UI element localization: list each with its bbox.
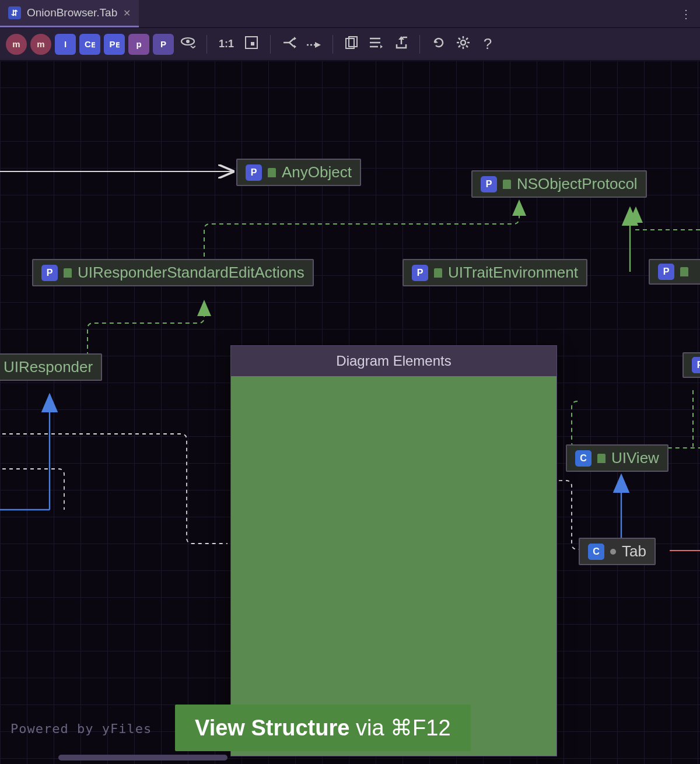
- powered-by-label: Powered by yFiles: [10, 721, 152, 736]
- svg-point-1: [186, 40, 190, 43]
- banner-bold: View Structure: [195, 716, 349, 740]
- svg-line-24: [459, 45, 460, 47]
- view-structure-banner: View Structure via ⌘F12: [175, 705, 471, 751]
- node-cutoff-1[interactable]: P: [649, 259, 700, 285]
- node-label: NSObjectProtocol: [517, 175, 638, 193]
- node-label: UIResponderStandardEditActions: [78, 264, 304, 282]
- popup-title: Diagram Elements: [231, 346, 556, 376]
- protocol-badge: P: [41, 265, 58, 281]
- refresh-icon[interactable]: [428, 36, 449, 52]
- diagram-elements-popup: Diagram Elements PAnyObjectPCALayerDeleg…: [230, 345, 557, 756]
- banner-rest: via ⌘F12: [349, 716, 450, 740]
- class-badge: C: [588, 544, 604, 560]
- hierarchy-icon: ⇵: [8, 6, 21, 19]
- protocol-badge: P: [412, 265, 428, 281]
- help-icon[interactable]: ?: [477, 35, 498, 53]
- export-icon[interactable]: [390, 36, 411, 52]
- node-label: UIResponder: [4, 358, 93, 376]
- svg-marker-13: [380, 45, 383, 48]
- svg-line-25: [466, 38, 468, 40]
- protocol-badge: P: [481, 176, 497, 192]
- zoom-1to1-button[interactable]: 1:1: [215, 38, 237, 50]
- lock-icon: [680, 267, 688, 276]
- lock-icon: [434, 268, 442, 278]
- lock-icon: [268, 168, 276, 177]
- node-label: Tab: [622, 542, 646, 560]
- svg-line-22: [459, 38, 460, 40]
- protocol-badge: P: [692, 357, 700, 373]
- toolbar-btn-c[interactable]: Cᴇ: [79, 34, 100, 55]
- node-uiresponderstd[interactable]: P UIResponderStandardEditActions: [32, 259, 314, 286]
- node-uiview[interactable]: C UIView: [566, 444, 668, 472]
- popup-list[interactable]: PAnyObjectPCALayerDelegatePEquatablePHas…: [231, 376, 556, 756]
- visibility-icon[interactable]: [177, 37, 198, 52]
- fit-content-icon[interactable]: [241, 36, 262, 52]
- toolbar: m m I Cᴇ Pᴇ p P 1:1 ?: [0, 28, 700, 61]
- toolbar-btn-fav[interactable]: m: [6, 34, 27, 55]
- protocol-badge: P: [658, 264, 674, 280]
- dot-icon: [610, 549, 616, 555]
- node-tab[interactable]: C Tab: [579, 538, 656, 565]
- toolbar-btn-pe[interactable]: Pᴇ: [104, 34, 125, 55]
- class-badge: C: [575, 450, 592, 467]
- separator: [206, 35, 207, 54]
- lock-icon: [503, 180, 511, 189]
- svg-marker-7: [315, 42, 321, 48]
- separator: [332, 35, 333, 54]
- node-nsobjectprotocol[interactable]: P NSObjectProtocol: [471, 170, 647, 198]
- toolbar-btn-m[interactable]: m: [30, 34, 51, 55]
- copy-icon[interactable]: [341, 36, 362, 52]
- node-anyobject[interactable]: P AnyObject: [236, 159, 361, 186]
- tab-overflow-button[interactable]: ⋮: [672, 0, 700, 27]
- svg-line-23: [466, 45, 468, 47]
- tab-bar: ⇵ OnionBrowser.Tab ✕ ⋮: [0, 0, 700, 28]
- horizontal-scrollbar[interactable]: [58, 755, 228, 761]
- node-label: AnyObject: [282, 163, 352, 181]
- diagram-canvas[interactable]: P AnyObject P NSObjectProtocol P UIRespo…: [0, 61, 700, 764]
- arrow-dash-icon[interactable]: [303, 37, 324, 52]
- svg-marker-4: [294, 37, 296, 40]
- gear-icon[interactable]: [453, 36, 474, 52]
- separator: [270, 35, 271, 54]
- node-uiresponder[interactable]: UIResponder: [0, 353, 102, 381]
- list-icon[interactable]: [366, 37, 387, 52]
- node-label: UITraitEnvironment: [448, 264, 578, 282]
- node-uitraitenv[interactable]: P UITraitEnvironment: [402, 259, 587, 286]
- tab-title: OnionBrowser.Tab: [27, 6, 117, 19]
- svg-marker-5: [294, 45, 296, 48]
- toolbar-btn-p2[interactable]: p: [128, 34, 149, 55]
- toolbar-btn-p3[interactable]: P: [153, 34, 174, 55]
- node-cutoff-2[interactable]: P: [682, 352, 700, 378]
- svg-point-17: [461, 40, 466, 45]
- close-icon[interactable]: ✕: [123, 8, 131, 19]
- protocol-badge: P: [246, 164, 262, 181]
- lock-icon: [597, 454, 606, 463]
- lock-icon: [64, 268, 72, 278]
- branch-icon[interactable]: [279, 36, 300, 52]
- toolbar-btn-i[interactable]: I: [55, 34, 76, 55]
- separator: [419, 35, 420, 54]
- node-label: UIView: [611, 449, 659, 467]
- editor-tab[interactable]: ⇵ OnionBrowser.Tab ✕: [0, 0, 139, 27]
- svg-rect-3: [251, 42, 254, 45]
